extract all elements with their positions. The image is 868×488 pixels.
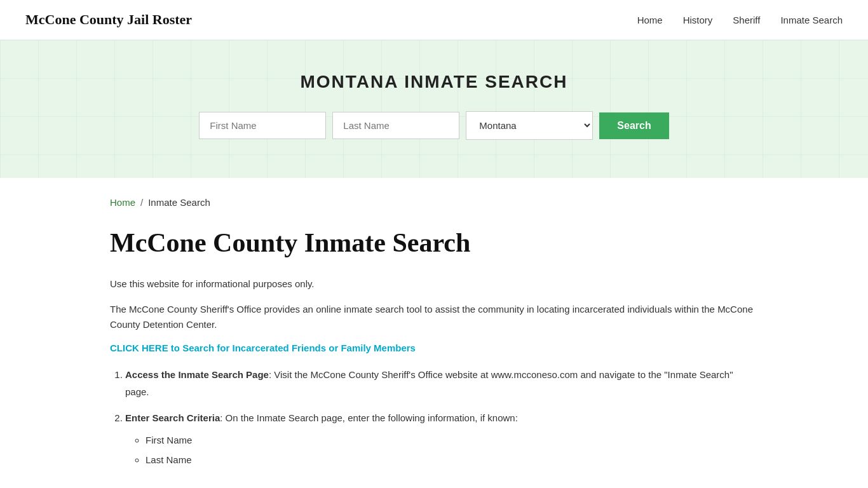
- site-title: McCone County Jail Roster: [25, 11, 192, 28]
- site-nav: Home History Sheriff Inmate Search: [637, 15, 843, 25]
- nav-home[interactable]: Home: [637, 15, 663, 25]
- last-name-input[interactable]: [332, 112, 459, 139]
- breadcrumb-separator: /: [140, 197, 143, 208]
- steps-list: Access the Inmate Search Page: Visit the…: [110, 366, 758, 468]
- step-1-label: Access the Inmate Search Page: [125, 369, 269, 380]
- criteria-first-name: First Name: [146, 431, 758, 449]
- page-title: McCone County Inmate Search: [110, 227, 758, 259]
- nav-history[interactable]: History: [683, 15, 713, 25]
- sub-criteria-list: First Name Last Name: [125, 431, 758, 468]
- step-1: Access the Inmate Search Page: Visit the…: [125, 366, 758, 400]
- step-2: Enter Search Criteria: On the Inmate Sea…: [125, 409, 758, 468]
- site-header: McCone County Jail Roster Home History S…: [0, 0, 868, 40]
- breadcrumb-current: Inmate Search: [148, 197, 210, 208]
- search-form: MontanaAlabamaAlaskaArizonaArkansasCalif…: [13, 111, 855, 140]
- criteria-last-name: Last Name: [146, 451, 758, 468]
- paragraph-1: Use this website for informational purpo…: [110, 276, 758, 292]
- breadcrumb-home[interactable]: Home: [110, 197, 135, 208]
- cta-link[interactable]: CLICK HERE to Search for Incarcerated Fr…: [110, 342, 416, 353]
- nav-inmate-search[interactable]: Inmate Search: [780, 15, 843, 25]
- search-button[interactable]: Search: [599, 112, 668, 139]
- nav-sheriff[interactable]: Sheriff: [733, 15, 760, 25]
- breadcrumb: Home / Inmate Search: [110, 197, 758, 208]
- state-select[interactable]: MontanaAlabamaAlaskaArizonaArkansasCalif…: [466, 111, 593, 140]
- first-name-input[interactable]: [199, 112, 326, 139]
- paragraph-2: The McCone County Sheriff's Office provi…: [110, 302, 758, 332]
- step-2-label: Enter Search Criteria: [125, 412, 220, 423]
- search-banner: MONTANA INMATE SEARCH MontanaAlabamaAlas…: [0, 40, 868, 178]
- main-content: Home / Inmate Search McCone County Inmat…: [85, 178, 783, 488]
- banner-title: MONTANA INMATE SEARCH: [13, 72, 855, 92]
- step-2-text: : On the Inmate Search page, enter the f…: [220, 412, 518, 423]
